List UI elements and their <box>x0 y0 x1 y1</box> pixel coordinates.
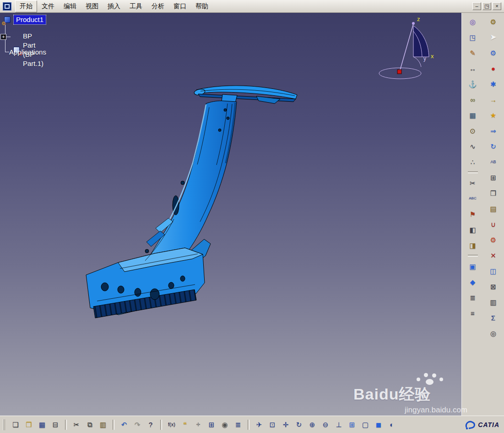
menu-analyze[interactable]: 分析 <box>147 0 169 12</box>
menu-window[interactable]: 窗口 <box>169 0 191 12</box>
undo-button[interactable]: ↶ <box>118 419 130 431</box>
menu-start[interactable]: 开始 <box>15 0 37 12</box>
whats-this-help-button[interactable]: ? <box>145 419 157 431</box>
tree-expander[interactable]: + <box>0 34 6 40</box>
jump-arrow-tool[interactable]: ⇒ <box>488 125 499 137</box>
product-structure-tool[interactable]: ≣ <box>467 291 479 303</box>
menu-view[interactable]: 视图 <box>81 0 103 12</box>
close-button[interactable]: × <box>493 2 501 10</box>
point-cloud-tool[interactable]: ∴ <box>467 156 479 168</box>
anchor-constraint-tool[interactable]: ⚓ <box>467 78 479 90</box>
multi-view-button[interactable]: ⊞ <box>346 419 358 431</box>
pan-button[interactable]: ✛ <box>280 419 292 431</box>
catia-logo-text: CATIA <box>478 421 499 428</box>
workbench-cube-tool[interactable]: ◳ <box>467 31 479 43</box>
spell-check-tool-icon: ABC <box>469 197 476 200</box>
normal-view-button[interactable]: ⊥ <box>333 419 345 431</box>
3d-viewport[interactable]: z x y + ⚙ Product1 <box>0 13 461 416</box>
settings-gear-tool[interactable]: ⚙ <box>488 47 499 59</box>
apply-material-tool[interactable]: ◨ <box>467 239 479 251</box>
red-sphere-tool[interactable]: ● <box>488 62 499 74</box>
text-annotation-tool[interactable]: AB <box>488 156 499 168</box>
comment-bubble-button[interactable]: ❝ <box>179 419 191 431</box>
print-button[interactable]: ⊟ <box>49 419 61 431</box>
part-body-tool[interactable]: ▣ <box>467 260 479 272</box>
link-manager-tool[interactable]: ⊙ <box>467 125 479 137</box>
component-box-tool[interactable]: ◫ <box>488 265 499 277</box>
analysis-sigma-tool[interactable]: Σ <box>488 312 499 323</box>
hide-show-button[interactable]: ◐ <box>386 419 398 431</box>
delete-cross-tool-icon: ✕ <box>490 252 496 259</box>
product-tree-tool[interactable]: ⊞ <box>488 171 499 183</box>
target-frame-tool[interactable]: ◎ <box>488 327 499 339</box>
sphere-gear-tool[interactable]: ✱ <box>488 78 499 90</box>
exit-workbench-tool[interactable]: → <box>488 93 499 105</box>
graph-tree-tool[interactable]: ≡ <box>467 307 479 319</box>
sketch-pen-tool[interactable]: ✎ <box>467 47 479 59</box>
update-tool[interactable]: ↻ <box>488 140 499 152</box>
red-gear-tool[interactable]: ⚙ <box>488 234 499 246</box>
tree-node-product1[interactable]: Product1 <box>14 15 46 24</box>
shaded-view-button-icon: ◼ <box>376 421 381 428</box>
new-document-button[interactable]: ❏ <box>10 419 22 431</box>
menu-insert[interactable]: 插入 <box>103 0 125 12</box>
restore-button[interactable]: ◳ <box>482 2 491 10</box>
application-window-icon[interactable] <box>3 2 11 11</box>
compass[interactable]: z x y <box>379 16 434 79</box>
depth-effect-tool[interactable]: ◧ <box>467 224 479 236</box>
rules-list-button[interactable]: ≣ <box>232 419 244 431</box>
compass-anchor-square[interactable] <box>397 70 401 74</box>
new-window-tool[interactable]: ❒ <box>488 187 499 199</box>
comment-bubble-button-icon: ❝ <box>183 421 187 428</box>
attach-clip-tool[interactable]: ∞ <box>467 93 479 105</box>
spline-curve-tool[interactable]: ∿ <box>467 140 479 152</box>
zoom-in-button[interactable]: ⊕ <box>306 419 318 431</box>
part-body-tool-icon: ▣ <box>469 263 476 270</box>
menu-help[interactable]: 帮助 <box>191 0 213 12</box>
delete-cross-tool[interactable]: ✕ <box>488 249 499 261</box>
powercopy-tool[interactable]: ⚙ <box>488 16 499 27</box>
paste-button[interactable]: ▥ <box>97 419 109 431</box>
formula-button[interactable]: f(x) <box>166 419 178 431</box>
compass-x-label: x <box>431 53 434 60</box>
camera-view-tool[interactable]: ◎ <box>467 16 479 27</box>
product-node-icon[interactable]: ⚙ <box>3 15 12 24</box>
bp-part-model[interactable] <box>86 86 297 318</box>
zoom-out-button[interactable]: ⊖ <box>320 419 331 431</box>
design-table-button[interactable]: ⊞ <box>206 419 217 431</box>
tree-node-applications[interactable]: Applications <box>9 48 46 57</box>
lock-button[interactable]: ◉ <box>219 419 231 431</box>
shaded-view-button[interactable]: ◼ <box>373 419 385 431</box>
prism-feature-tool[interactable]: ◆ <box>467 276 479 288</box>
snap-tool[interactable]: ∪ <box>488 218 499 230</box>
minimize-button[interactable]: – <box>472 2 481 10</box>
menu-file[interactable]: 文件 <box>37 0 59 12</box>
compass-z-label: z <box>417 16 420 22</box>
3d-scene-canvas[interactable]: z x y <box>0 13 461 416</box>
image-capture-tool[interactable]: ▦ <box>467 109 479 121</box>
section-cut-tool[interactable]: ✂ <box>467 177 479 189</box>
catalog-star-tool[interactable]: ★ <box>488 109 499 121</box>
toolbar-separator <box>468 255 478 257</box>
fly-mode-button[interactable]: ✈ <box>253 419 265 431</box>
redo-button[interactable]: ↷ <box>131 419 143 431</box>
measure-tool[interactable]: ↔ <box>467 62 479 74</box>
menu-edit[interactable]: 编辑 <box>59 0 81 12</box>
measure-between-button[interactable]: ✛ <box>192 419 204 431</box>
select-arrow-tool[interactable]: ➤ <box>488 31 499 43</box>
list-panel-tool[interactable]: ▥ <box>488 296 499 308</box>
layers-tool[interactable]: ▤ <box>488 203 499 214</box>
menu-tools[interactable]: 工具 <box>125 0 147 12</box>
cut-button[interactable]: ✂ <box>70 419 82 431</box>
rotate-button[interactable]: ↻ <box>293 419 305 431</box>
spell-check-tool[interactable]: ABC <box>467 192 479 204</box>
open-folder-button[interactable]: ❒ <box>23 419 35 431</box>
toolbar-drag-handle[interactable] <box>3 419 5 430</box>
flag-note-tool[interactable]: ⚑ <box>467 208 479 220</box>
wireframe-view-button[interactable]: ▢ <box>359 419 371 431</box>
fit-all-in-button[interactable]: ⊡ <box>266 419 278 431</box>
copy-button[interactable]: ⧉ <box>84 419 96 431</box>
save-button[interactable]: ▦ <box>36 419 48 431</box>
grid-snap-tool[interactable]: ⊠ <box>488 280 499 292</box>
new-document-button-icon: ❏ <box>12 421 18 428</box>
